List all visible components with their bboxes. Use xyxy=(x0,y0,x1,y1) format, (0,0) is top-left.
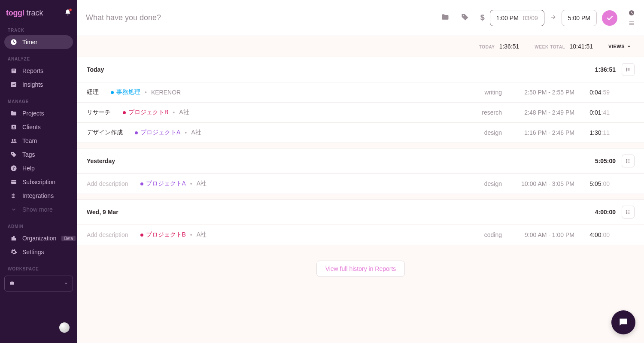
separator: • xyxy=(145,89,147,96)
sidebar-label: Timer xyxy=(22,39,37,46)
entry-time-range[interactable]: 2:48 PM - 2:49 PM xyxy=(508,109,574,116)
time-entry[interactable]: Add description プロジェクトB • A社 coding 9:00… xyxy=(77,225,644,245)
sidebar-item-projects[interactable]: Projects xyxy=(4,106,73,120)
sidebar-item-insights[interactable]: Insights xyxy=(4,78,73,91)
time-entry[interactable]: 経理 事務処理 • KERENOR writing 2:50 PM - 2:55… xyxy=(77,82,644,102)
chat-icon[interactable] xyxy=(611,310,635,334)
project-name: プロジェクトA xyxy=(140,129,180,137)
manual-mode-icon[interactable] xyxy=(628,9,635,17)
svg-point-20 xyxy=(626,210,627,211)
view-history-link[interactable]: View full history in Reports xyxy=(316,261,405,277)
briefcase-icon xyxy=(9,280,15,287)
svg-point-6 xyxy=(14,139,16,141)
entries-list: Today 1:36:51 経理 事務処理 • KERENOR writing … xyxy=(77,57,644,250)
entry-tag[interactable]: design xyxy=(484,129,502,136)
entry-time-range[interactable]: 10:00 AM - 3:05 PM xyxy=(508,180,574,187)
entry-time-range[interactable]: 1:16 PM - 2:46 PM xyxy=(508,129,574,136)
time-entry[interactable]: リサーチ プロジェクトB • A社 reserch 2:48 PM - 2:49… xyxy=(77,102,644,122)
avatar[interactable] xyxy=(59,322,70,333)
week-stat: WEEK TOTAL 10:41:51 xyxy=(535,43,593,50)
notifications-bell-icon[interactable] xyxy=(64,9,71,17)
list-mode-icon[interactable] xyxy=(628,19,635,27)
sidebar-item-team[interactable]: Team xyxy=(4,134,73,148)
end-time-input[interactable]: 5:00 PM xyxy=(562,10,597,26)
entry-project[interactable]: プロジェクトB • A社 xyxy=(123,109,189,116)
day-header: Wed, 9 Mar 4:00:00 xyxy=(77,200,644,225)
entry-description[interactable]: リサーチ xyxy=(87,109,111,116)
project-name: プロジェクトB xyxy=(128,109,168,116)
bulk-edit-button[interactable] xyxy=(622,206,635,219)
today-value: 1:36:51 xyxy=(499,43,519,50)
start-time-input[interactable]: 1:00 PM 03/09 xyxy=(490,10,544,26)
project-name: プロジェクトA xyxy=(146,180,186,188)
logo[interactable]: toggl track xyxy=(6,9,43,18)
chevron-down-icon xyxy=(10,206,17,213)
sidebar-item-integrations[interactable]: Integrations xyxy=(4,189,73,203)
time-entry[interactable]: Add description プロジェクトA • A社 design 10:0… xyxy=(77,173,644,194)
timer-description-input[interactable] xyxy=(86,13,436,22)
entry-project[interactable]: プロジェクトA • A社 xyxy=(140,180,207,188)
entry-project[interactable]: プロジェクトB • A社 xyxy=(140,231,207,239)
dollar-icon[interactable]: $ xyxy=(480,13,485,22)
sidebar-label: Help xyxy=(22,165,35,172)
project-name: 事務処理 xyxy=(116,88,140,96)
bulk-edit-button[interactable] xyxy=(622,63,635,76)
section-analyze: ANALYZE xyxy=(0,54,77,64)
svg-point-12 xyxy=(463,15,464,16)
project-color-dot xyxy=(123,111,126,114)
sidebar-item-subscription[interactable]: Subscription xyxy=(4,175,73,189)
section-workspace: WORKSPACE xyxy=(0,264,77,274)
bulk-edit-button[interactable] xyxy=(622,155,635,167)
sidebar-item-tags[interactable]: Tags xyxy=(4,148,73,161)
folder-icon xyxy=(10,110,17,117)
sidebar-item-show-more[interactable]: Show more xyxy=(4,203,73,216)
entry-time-range[interactable]: 2:50 PM - 2:55 PM xyxy=(508,89,574,96)
insights-icon xyxy=(10,81,17,88)
entry-duration[interactable]: 0:04:59 xyxy=(580,89,610,96)
day-group: Wed, 9 Mar 4:00:00 Add description プロジェク… xyxy=(77,199,644,245)
entry-project[interactable]: プロジェクトA • A社 xyxy=(135,129,201,137)
views-button[interactable]: VIEWS xyxy=(608,44,631,49)
folder-icon[interactable] xyxy=(441,13,450,23)
day-header: Today 1:36:51 xyxy=(77,57,644,82)
day-total: 4:00:00 xyxy=(595,209,616,216)
sidebar-item-settings[interactable]: Settings xyxy=(4,245,73,259)
entry-description[interactable]: Add description xyxy=(87,231,128,238)
project-color-dot xyxy=(135,131,138,134)
sidebar-item-clients[interactable]: Clients xyxy=(4,120,73,134)
sidebar-label: Projects xyxy=(22,110,44,117)
svg-point-19 xyxy=(626,162,627,163)
tag-icon[interactable] xyxy=(461,13,469,23)
entry-duration[interactable]: 5:05:00 xyxy=(580,180,610,187)
svg-point-7 xyxy=(12,153,13,154)
entry-duration[interactable]: 1:30:11 xyxy=(580,129,610,136)
sidebar-item-organization[interactable]: Organization Beta xyxy=(4,231,73,245)
reports-icon xyxy=(10,67,17,74)
entry-description[interactable]: デザイン作成 xyxy=(87,129,123,137)
submit-entry-button[interactable] xyxy=(602,10,617,26)
sidebar-item-timer[interactable]: Timer xyxy=(4,35,73,49)
sidebar-item-reports[interactable]: Reports xyxy=(4,64,73,78)
sidebar-label: Tags xyxy=(22,151,35,158)
workspace-selector[interactable] xyxy=(4,276,73,291)
chevron-down-icon xyxy=(64,280,68,287)
time-entry[interactable]: デザイン作成 プロジェクトA • A社 design 1:16 PM - 2:4… xyxy=(77,122,644,143)
entry-tag[interactable]: writing xyxy=(485,89,502,96)
entry-tag[interactable]: design xyxy=(484,180,502,187)
entry-time-range[interactable]: 9:00 AM - 1:00 PM xyxy=(508,231,574,238)
subscription-icon xyxy=(10,179,17,185)
entry-duration[interactable]: 4:00:00 xyxy=(580,231,610,238)
day-title: Today xyxy=(87,66,104,73)
entry-duration[interactable]: 0:01:41 xyxy=(580,109,610,116)
week-value: 10:41:51 xyxy=(570,43,593,50)
gear-icon xyxy=(10,249,17,255)
client-name: A社 xyxy=(191,129,201,137)
entry-description[interactable]: Add description xyxy=(87,180,128,187)
sidebar-item-help[interactable]: ? Help xyxy=(4,161,73,175)
svg-point-15 xyxy=(626,69,627,70)
entry-description[interactable]: 経理 xyxy=(87,88,99,96)
mode-toggle xyxy=(628,9,635,27)
entry-tag[interactable]: reserch xyxy=(482,109,502,116)
entry-tag[interactable]: coding xyxy=(484,231,502,238)
entry-project[interactable]: 事務処理 • KERENOR xyxy=(111,88,181,96)
